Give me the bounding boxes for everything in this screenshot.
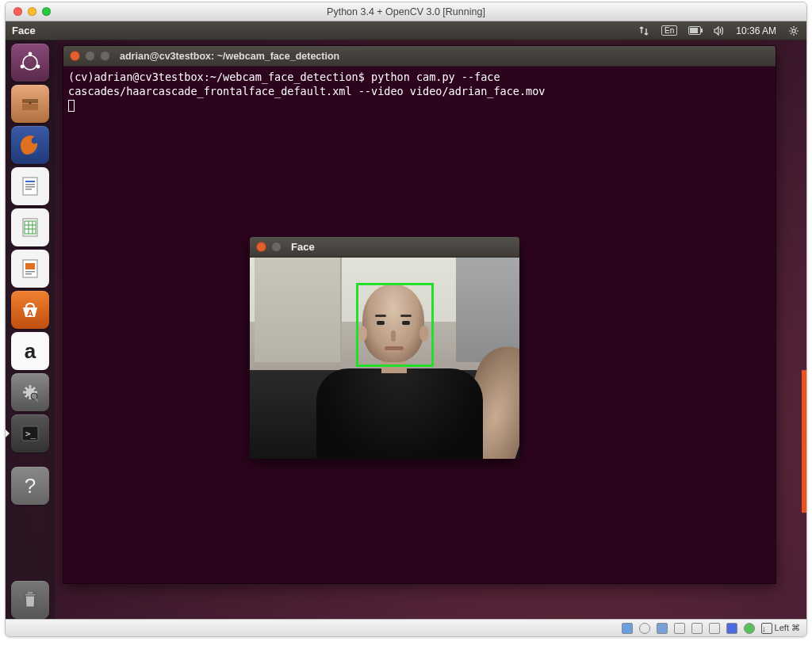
vbox-display-icon[interactable] <box>709 623 720 634</box>
svg-rect-12 <box>25 186 35 188</box>
launcher-help[interactable]: ? <box>11 467 49 505</box>
svg-point-4 <box>21 65 25 69</box>
svg-rect-10 <box>25 181 35 182</box>
svg-rect-31 <box>28 592 33 594</box>
vbox-hdd-icon[interactable] <box>622 623 633 634</box>
person-shirt <box>316 368 483 459</box>
svg-point-1 <box>23 55 37 70</box>
svg-rect-22 <box>25 271 35 273</box>
launcher-libreoffice-impress[interactable] <box>11 250 49 288</box>
svg-text:>_: >_ <box>25 429 36 439</box>
volume-icon[interactable] <box>712 25 725 37</box>
wallpaper-accent <box>802 370 806 513</box>
svg-point-3 <box>36 65 40 69</box>
svg-rect-21 <box>25 263 35 269</box>
face-window-minimize-button[interactable] <box>271 242 282 252</box>
svg-text:A: A <box>27 308 33 318</box>
svg-point-2 <box>29 52 33 56</box>
face-window-titlebar[interactable]: Face <box>250 237 519 258</box>
mac-titlebar: Python 3.4 + OpenCV 3.0 [Running] <box>6 2 806 21</box>
vbox-shared-folders-icon[interactable] <box>691 623 703 634</box>
session-gear-icon[interactable] <box>787 25 800 37</box>
face-video-frame <box>250 258 519 459</box>
svg-point-7 <box>29 102 32 105</box>
vbox-usb-icon[interactable] <box>657 623 668 634</box>
launcher-terminal[interactable]: >_ <box>11 414 49 452</box>
launcher-dash[interactable] <box>11 44 49 82</box>
terminal-body[interactable]: (cv)adrian@cv3testbox:~/webcam_face_dete… <box>63 67 776 116</box>
clock[interactable]: 10:36 AM <box>736 25 776 36</box>
svg-rect-30 <box>25 594 36 596</box>
face-window-close-button[interactable] <box>256 242 266 252</box>
launcher-trash[interactable] <box>11 581 49 619</box>
face-window-title: Face <box>291 241 315 253</box>
svg-rect-6 <box>22 104 38 110</box>
svg-point-0 <box>792 29 795 32</box>
vbox-optical-icon[interactable] <box>639 623 650 634</box>
terminal-cursor <box>68 100 75 112</box>
vbox-recording-icon[interactable] <box>726 623 737 634</box>
launcher-ubuntu-software[interactable]: A <box>11 291 49 329</box>
svg-rect-23 <box>25 273 32 275</box>
launcher-amazon[interactable]: a <box>11 332 49 370</box>
mac-window-title: Python 3.4 + OpenCV 3.0 [Running] <box>6 6 806 17</box>
ubuntu-desktop: Face En 10:36 AM <box>6 21 806 619</box>
face-detection-rectangle <box>356 283 434 367</box>
battery-icon[interactable] <box>688 25 701 37</box>
vbox-hostkey-icon: ↓ <box>761 623 772 634</box>
terminal-minimize-button[interactable] <box>85 51 95 61</box>
active-app-name: Face <box>12 25 36 36</box>
vbox-network-icon[interactable] <box>674 623 685 634</box>
virtualbox-status-bar: ↓ Left ⌘ <box>6 619 806 636</box>
background-door <box>255 258 342 362</box>
opencv-face-window[interactable]: Face <box>250 237 519 459</box>
unity-launcher: A a >_ ? <box>6 40 55 619</box>
terminal-prompt: (cv)adrian@cv3testbox:~/webcam_face_dete… <box>68 71 365 83</box>
ubuntu-topbar: Face En 10:36 AM <box>6 21 806 40</box>
keyboard-layout-indicator[interactable]: En <box>661 25 677 36</box>
terminal-titlebar[interactable]: adrian@cv3testbox: ~/webcam_face_detecti… <box>63 46 776 67</box>
launcher-libreoffice-writer[interactable] <box>11 167 49 205</box>
terminal-close-button[interactable] <box>70 51 80 61</box>
svg-rect-13 <box>25 189 32 190</box>
svg-point-26 <box>31 393 37 399</box>
network-icon[interactable] <box>638 25 650 37</box>
launcher-system-settings[interactable] <box>11 373 49 411</box>
launcher-libreoffice-calc[interactable] <box>11 208 49 246</box>
svg-rect-11 <box>25 184 35 185</box>
terminal-maximize-button[interactable] <box>100 51 110 61</box>
terminal-title: adrian@cv3testbox: ~/webcam_face_detecti… <box>120 51 339 62</box>
vbox-host-key[interactable]: ↓ Left ⌘ <box>761 623 800 634</box>
vbox-guest-additions-icon[interactable] <box>744 623 755 634</box>
launcher-firefox[interactable] <box>11 126 49 164</box>
amazon-a-glyph: a <box>25 339 36 364</box>
vbox-host-key-label: Left ⌘ <box>775 623 800 633</box>
launcher-files[interactable] <box>11 85 49 123</box>
vm-host-window: Python 3.4 + OpenCV 3.0 [Running] Face E… <box>5 2 807 637</box>
help-question-glyph: ? <box>25 474 36 498</box>
